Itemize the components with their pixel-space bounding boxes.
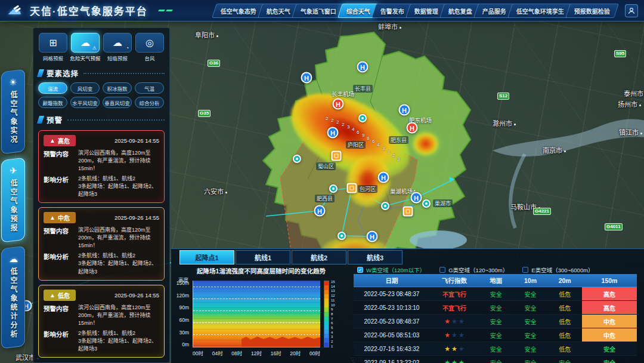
dronepad-orange-marker[interactable] — [347, 183, 357, 193]
poi-teal-marker[interactable] — [358, 114, 367, 122]
poi-teal-marker[interactable] — [338, 232, 346, 240]
airspace-filter-label: G类空域（120~300m） — [448, 266, 508, 274]
user-icon — [628, 7, 635, 14]
chip-7[interactable]: 综合分析 — [135, 97, 164, 108]
warning-content-label: 预警内容 — [44, 149, 75, 173]
h150-cell: 中危 — [582, 328, 637, 342]
x-tick: 00时 — [309, 349, 320, 356]
table-row[interactable]: 2022-05-23 10:13:10不宜飞行安全安全低危高危 — [354, 301, 637, 315]
column-header: 地面 — [479, 274, 513, 287]
helipad-blue-marker[interactable]: H — [327, 127, 339, 139]
mode-1[interactable]: ☁⚠危险天气预报 — [70, 33, 100, 61]
chip-5[interactable]: 水平风切变 — [70, 97, 100, 108]
mode-3[interactable]: ◎台风 — [135, 33, 165, 61]
chip-1[interactable]: 风切变 — [70, 82, 100, 94]
risk-grid-value: 2 — [331, 118, 333, 123]
mode-0[interactable]: ⊞网格预报 — [38, 33, 68, 61]
warning-card-0[interactable]: ▲高危2025-09-26 14:55预警内容滨河公园西南角，高度120m至20… — [38, 130, 165, 203]
user-account-button[interactable] — [625, 4, 638, 17]
helipad-blue-marker[interactable]: H — [399, 104, 410, 116]
ground-cell: 安全 — [479, 328, 513, 342]
h150-cell: 高危 — [582, 301, 637, 314]
district-label: 长丰县 — [353, 85, 373, 93]
nowcast-icon: ☁◔ — [103, 33, 132, 53]
nav-tab-8[interactable]: 低空气象环境孪生 — [507, 4, 573, 18]
helipad-blue-marker[interactable]: H — [367, 231, 378, 242]
chip-2[interactable]: 积冰指数 — [103, 82, 132, 94]
table-row[interactable]: 2022-09-16 13:22:02★★★安全安全安全安全 — [354, 356, 637, 363]
mode-2[interactable]: ☁◔短临预报 — [103, 33, 132, 61]
chip-6[interactable]: 垂直风切变 — [103, 97, 132, 108]
star-icon: ★ — [451, 359, 457, 363]
poi-teal-marker[interactable] — [422, 199, 431, 208]
bottom-tab-0[interactable]: 起降点1 — [179, 250, 234, 264]
poi-teal-marker[interactable] — [329, 184, 338, 193]
side-tab-2[interactable]: ☁低空气象统计分析 — [1, 246, 25, 349]
airspace-filter-0[interactable]: ✓W类空域（120m以下） — [357, 266, 425, 274]
star-rating: ★★★ — [444, 359, 465, 363]
section-accent-bar — [37, 69, 44, 77]
colorbar-segment — [324, 285, 329, 290]
nav-tab-0[interactable]: 低空气象态势 — [212, 4, 265, 18]
warning-content-text: 滨河公园西南角，高度120m至200m，有严重湍流，预计持续15min！ — [78, 304, 159, 327]
mode-label: 台风 — [144, 54, 154, 61]
fly-index-cell: ★★★ — [430, 315, 479, 328]
warning-impact-row: 影响分析2条航线：航线1、航线23条起降场：起降场1、起降场2、起降场3 — [44, 330, 159, 353]
warning-content-row: 预警内容滨河公园西南角，高度120m至200m，有严重湍流，预计持续15min！ — [44, 149, 159, 173]
nav-tab-9[interactable]: 预报数据检验 — [565, 4, 619, 18]
mode-label: 危险天气预报 — [70, 54, 101, 61]
risk-grid-value: 6 — [357, 130, 359, 135]
helipad-red-marker[interactable]: H — [333, 99, 344, 110]
ground-cell: 安全 — [479, 342, 513, 355]
bottom-tab-1[interactable]: 航线1 — [236, 250, 290, 264]
x-tick: 08时 — [231, 349, 242, 356]
chip-3[interactable]: 气温 — [135, 82, 164, 94]
section-dotted-rule — [67, 119, 165, 121]
airspace-filter-1[interactable]: G类空域（120~300m） — [439, 266, 508, 274]
risk-grid-value: 2 — [336, 119, 339, 125]
helipad-blue-marker[interactable]: H — [411, 192, 422, 204]
colorbar-tick: 1 — [331, 344, 335, 348]
helipad-red-marker[interactable]: H — [407, 122, 418, 134]
colorbar-segment — [324, 316, 329, 321]
impact-line: 2条航线：航线1、航线2 — [78, 252, 159, 260]
colorbar-tick: 12 — [331, 294, 335, 297]
side-tab-0[interactable]: ☀低空气象实况 — [1, 69, 25, 155]
table-row[interactable]: 2022-05-23 08:48:37★★★安全安全低危中危 — [354, 315, 637, 328]
warning-card-1[interactable]: ▲中危2025-09-26 14:55预警内容滨河公园西南角，高度120m至20… — [38, 207, 165, 280]
warning-timestamp: 2025-09-26 14:55 — [114, 214, 159, 221]
nav-tab-label: 数据管理 — [414, 6, 438, 15]
helipad-blue-marker[interactable]: H — [301, 72, 312, 84]
h150-cell: 安全 — [582, 356, 637, 363]
h20-cell: 低危 — [547, 328, 582, 342]
table-row[interactable]: 2022-07-16 16:43:32★★★安全安全低危安全 — [354, 342, 637, 356]
colorbar-segment — [324, 325, 329, 329]
bottom-tab-3[interactable]: 航线3 — [348, 250, 402, 264]
poi-teal-marker[interactable] — [381, 202, 389, 210]
city-dot — [514, 124, 516, 125]
app-title: 天信·低空气象服务平台 — [30, 3, 148, 18]
element-chip-group: 湍流风切变积冰指数气温颠簸指数水平风切变垂直风切变综合分析 — [38, 82, 165, 108]
helipad-blue-marker[interactable]: H — [378, 172, 389, 183]
dronepad-orange-marker[interactable] — [403, 207, 413, 217]
risk-grid-value: 1 — [388, 149, 390, 155]
table-row[interactable]: 2022-06-05 08:51:03★★★安全安全低危中危 — [354, 328, 637, 342]
colorbar-segment — [324, 334, 329, 338]
chip-4[interactable]: 颠簸指数 — [38, 97, 67, 108]
warning-content-row: 预警内容滨河公园西南角，高度120m至200m，有严重湍流，预计持续15min！ — [44, 226, 159, 250]
airspace-filter-2[interactable]: E类空域（300~6000m） — [522, 266, 593, 274]
warning-content-text: 滨河公园西南角，高度120m至200m，有严重湍流，预计持续15min！ — [78, 226, 159, 250]
helipad-blue-marker[interactable]: H — [314, 205, 326, 217]
chip-0[interactable]: 湍流 — [38, 82, 67, 94]
warning-card-2[interactable]: ▲低危2025-09-26 14:55预警内容滨河公园西南角，高度120m至20… — [38, 285, 165, 358]
bottom-tab-2[interactable]: 航线2 — [292, 250, 346, 264]
mode-label: 短临预报 — [107, 54, 128, 61]
nav-tab-2[interactable]: 气象适飞窗口 — [292, 4, 345, 18]
helipad-blue-marker[interactable]: H — [357, 61, 369, 73]
poi-teal-marker[interactable] — [293, 155, 301, 163]
table-row[interactable]: 2022-05-23 08:48:37不宜飞行安全安全低危高危 — [354, 287, 637, 301]
side-tab-1[interactable]: ✈低空气象预报 — [1, 158, 25, 243]
section-dotted-rule — [83, 73, 165, 74]
dronepad-orange-marker[interactable] — [332, 151, 342, 161]
column-header: 10m — [513, 274, 548, 287]
